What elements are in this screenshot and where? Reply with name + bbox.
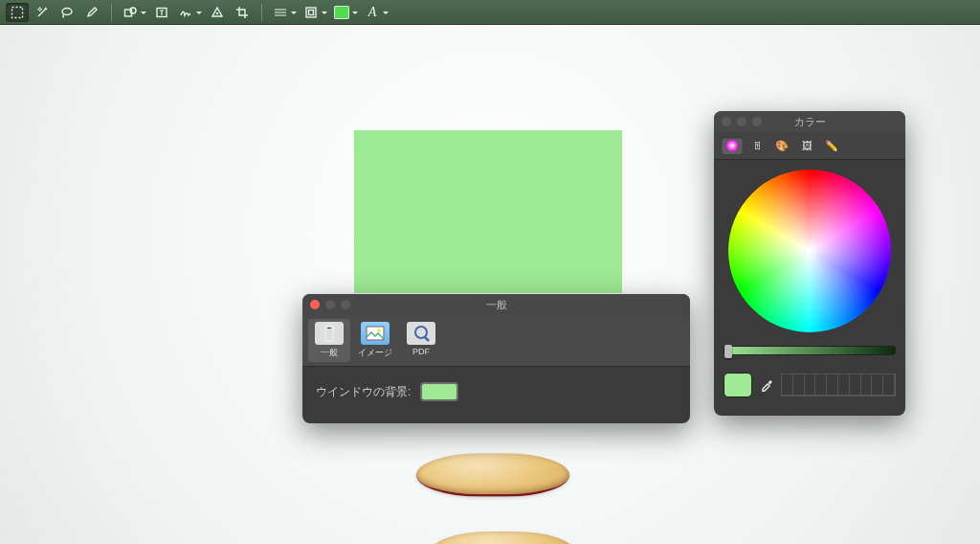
stroke-color-dropdown[interactable]	[301, 3, 329, 22]
color-wheel[interactable]	[728, 170, 891, 332]
image-icon	[361, 322, 390, 345]
main-toolbar: A	[0, 0, 980, 25]
color-palettes-mode[interactable]: 🎨	[771, 137, 792, 154]
svg-rect-10	[367, 327, 384, 340]
color-sliders-mode[interactable]: 🎚	[746, 137, 768, 154]
line-style-dropdown[interactable]	[270, 3, 299, 22]
tab-label: 一般	[321, 348, 338, 357]
pen-tool[interactable]	[80, 3, 103, 22]
panel-title: 一般	[302, 298, 690, 312]
color-picker-mode-bar: 🎚 🎨 🖼 ✏️	[714, 132, 905, 160]
tab-general[interactable]: 一般	[308, 319, 350, 362]
signature-dropdown[interactable]	[175, 3, 204, 22]
crop-tool[interactable]	[231, 3, 254, 22]
svg-rect-9	[327, 328, 331, 329]
toolbar-separator	[261, 4, 262, 21]
lasso-tool[interactable]	[56, 3, 78, 22]
rect-select-tool[interactable]	[6, 3, 29, 22]
zoom-button[interactable]	[341, 300, 350, 309]
adjust-color-tool[interactable]	[206, 3, 229, 22]
apple-slice-image	[416, 453, 569, 497]
close-button[interactable]	[722, 117, 731, 126]
svg-point-12	[415, 327, 427, 338]
panel-titlebar[interactable]: カラー	[714, 111, 905, 132]
color-wheel-crosshair	[804, 245, 815, 257]
text-tool[interactable]	[150, 3, 173, 22]
svg-point-11	[377, 329, 381, 332]
toolbar-separator	[111, 4, 112, 21]
svg-point-13	[726, 140, 738, 151]
svg-rect-6	[306, 8, 316, 17]
color-wheel-mode[interactable]	[722, 137, 743, 154]
fill-color-swatch	[334, 6, 349, 19]
magic-select-tool[interactable]	[31, 3, 54, 22]
eyedropper-button[interactable]	[758, 376, 775, 394]
current-color-swatch[interactable]	[724, 373, 752, 397]
minimize-button[interactable]	[737, 117, 746, 126]
saved-swatches-grid[interactable]	[781, 374, 896, 397]
svg-point-5	[216, 11, 218, 13]
shape-dropdown[interactable]	[120, 3, 148, 22]
green-rectangle-shape[interactable]	[354, 130, 622, 293]
general-preferences-panel: 一般 一般 イメージ PDF ウインドウの背景:	[302, 294, 690, 423]
svg-point-1	[62, 8, 72, 14]
preferences-tab-bar: 一般 イメージ PDF	[302, 315, 690, 367]
minimize-button[interactable]	[325, 300, 335, 309]
preferences-body: ウインドウの背景:	[302, 367, 690, 417]
tab-label: PDF	[412, 347, 430, 356]
tab-label: イメージ	[358, 348, 392, 357]
pencils-mode[interactable]: ✏️	[821, 137, 842, 154]
colors-panel: カラー 🎚 🎨 🖼 ✏️	[714, 111, 905, 416]
close-button[interactable]	[310, 300, 320, 309]
image-palettes-mode[interactable]: 🖼	[796, 137, 817, 154]
tab-image[interactable]: イメージ	[354, 319, 396, 362]
svg-rect-0	[12, 7, 23, 17]
general-icon	[315, 322, 344, 345]
fill-color-dropdown[interactable]	[331, 3, 360, 22]
tab-pdf[interactable]: PDF	[400, 319, 442, 362]
swatch-row	[714, 367, 905, 407]
window-background-color-well[interactable]	[420, 382, 458, 401]
apple-slice-image	[431, 532, 574, 544]
window-background-label: ウインドウの背景:	[316, 384, 411, 400]
font-style-dropdown[interactable]: A	[362, 3, 390, 22]
zoom-button[interactable]	[752, 117, 762, 126]
panel-titlebar[interactable]: 一般	[302, 294, 690, 315]
svg-rect-7	[309, 10, 314, 14]
pdf-icon	[407, 322, 435, 345]
brightness-slider[interactable]	[724, 346, 896, 359]
brightness-slider-thumb[interactable]	[724, 345, 732, 358]
color-wheel-area	[714, 160, 905, 342]
